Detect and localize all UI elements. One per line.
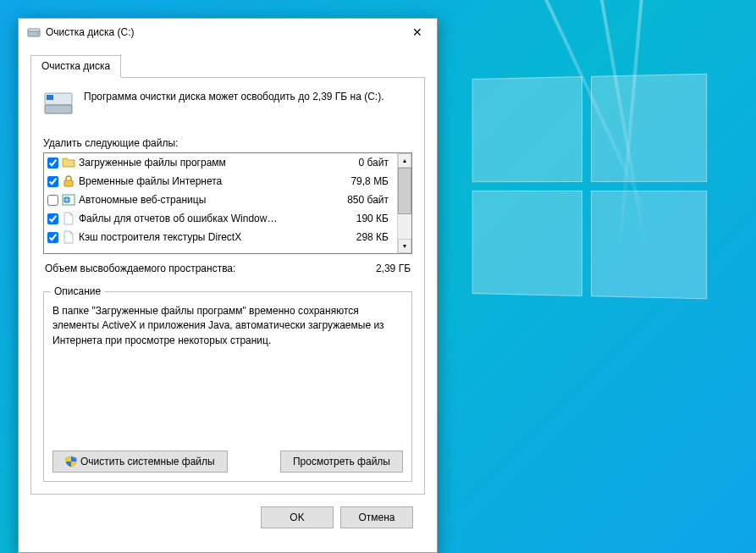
titlebar[interactable]: Очистка диска (C:) ✕ (19, 19, 437, 46)
file-icon (62, 230, 75, 244)
file-checkbox[interactable] (47, 158, 58, 169)
file-name: Загруженные файлы программ (79, 157, 331, 169)
file-size: 190 КБ (334, 213, 394, 224)
clean-system-files-label: Очистить системные файлы (80, 456, 215, 467)
disk-cleanup-dialog: Очистка диска (C:) ✕ Очистка диска Прогр… (18, 18, 438, 553)
scrollbar[interactable]: ▴ ▾ (397, 153, 411, 253)
close-icon: ✕ (412, 26, 422, 38)
intro-text: Программа очистки диска может освободить… (84, 90, 384, 117)
file-size: 850 байт (334, 194, 394, 206)
file-row[interactable]: Файлы для отчетов об ошибках Window…190 … (44, 209, 397, 228)
file-icon (62, 212, 75, 225)
dialog-footer: OK Отмена (30, 495, 425, 540)
svg-rect-5 (47, 95, 53, 100)
intro-section: Программа очистки диска может освободить… (43, 90, 412, 117)
file-row[interactable]: Автономные веб-страницы850 байт (44, 191, 397, 209)
file-size: 79,8 МБ (334, 175, 394, 187)
lock-icon (62, 174, 75, 188)
file-row[interactable]: Кэш построителя текстуры DirectX298 КБ (44, 228, 397, 246)
file-name: Временные файлы Интернета (79, 175, 331, 187)
view-files-label: Просмотреть файлы (293, 456, 390, 467)
windows-logo (472, 74, 707, 299)
total-value: 2,39 ГБ (376, 263, 411, 274)
file-name: Кэш построителя текстуры DirectX (79, 231, 331, 243)
file-row[interactable]: Загруженные файлы программ0 байт (44, 153, 397, 172)
file-checkbox[interactable] (47, 213, 58, 224)
file-name: Файлы для отчетов об ошибках Window… (79, 213, 331, 224)
tab-content: Программа очистки диска может освободить… (30, 78, 425, 495)
file-checkbox[interactable] (47, 195, 58, 206)
file-size: 298 КБ (334, 231, 394, 243)
file-row[interactable]: Временные файлы Интернета79,8 МБ (44, 172, 397, 191)
close-button[interactable]: ✕ (398, 19, 437, 46)
globe-icon (62, 193, 75, 207)
tab-strip: Очистка диска (30, 54, 425, 78)
tab-cleanup[interactable]: Очистка диска (30, 55, 121, 78)
file-list-label: Удалить следующие файлы: (43, 137, 412, 149)
file-size: 0 байт (334, 157, 394, 169)
dialog-body: Очистка диска Программа очистки диска мо… (19, 46, 437, 552)
shield-icon (65, 456, 77, 467)
total-label: Объем высвобождаемого пространства: (45, 263, 235, 274)
cancel-button[interactable]: Отмена (340, 506, 413, 528)
scroll-down-button[interactable]: ▾ (398, 239, 411, 253)
total-space-row: Объем высвобождаемого пространства: 2,39… (45, 263, 411, 274)
view-files-button[interactable]: Просмотреть файлы (280, 451, 403, 473)
action-button-row: Очистить системные файлы Просмотреть фай… (52, 451, 403, 473)
file-checkbox[interactable] (47, 176, 58, 187)
svg-point-2 (36, 33, 38, 35)
description-title: Описание (51, 285, 104, 297)
scroll-thumb[interactable] (398, 168, 411, 214)
file-list: Загруженные файлы программ0 байтВременны… (43, 152, 412, 254)
clean-system-files-button[interactable]: Очистить системные файлы (52, 451, 228, 473)
drive-icon (43, 90, 74, 117)
window-title: Очистка диска (C:) (46, 26, 135, 38)
scroll-track[interactable] (398, 214, 411, 239)
disk-cleanup-icon (27, 25, 41, 39)
file-name: Автономные веб-страницы (79, 194, 331, 206)
file-checkbox[interactable] (47, 232, 58, 243)
svg-rect-4 (45, 105, 72, 113)
scroll-up-button[interactable]: ▴ (398, 153, 411, 168)
svg-rect-6 (64, 180, 73, 186)
folder-icon (62, 156, 75, 169)
svg-rect-1 (28, 29, 40, 31)
description-group: Описание В папке "Загруженные файлы прог… (43, 291, 412, 482)
ok-button[interactable]: OK (261, 506, 334, 528)
description-text: В папке "Загруженные файлы программ" вре… (52, 304, 403, 348)
